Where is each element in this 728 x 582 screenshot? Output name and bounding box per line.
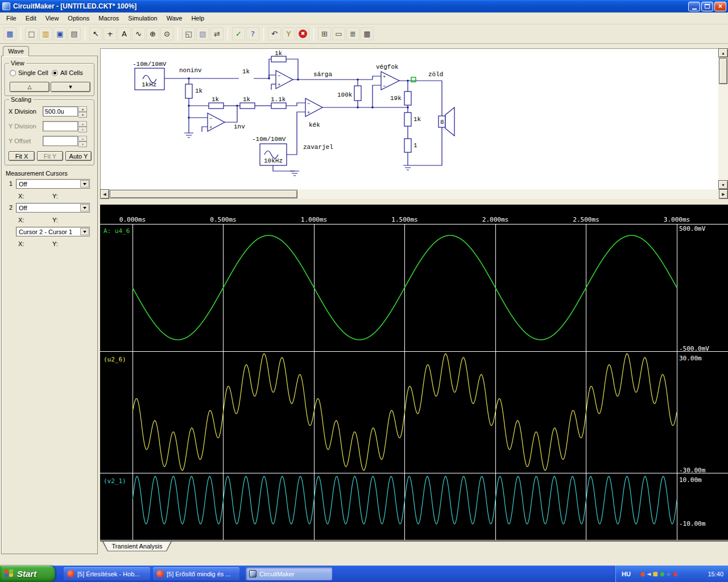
pan-button[interactable]: ⇄	[210, 27, 224, 40]
select-tool-icon: ↖	[93, 30, 99, 38]
fit-page-button[interactable]: ◱	[182, 27, 195, 40]
resistor-1	[404, 139, 411, 152]
all-cells-radio-circle[interactable]	[52, 70, 58, 76]
waveform-plot[interactable]	[100, 205, 728, 541]
probe-button[interactable]: Y	[282, 27, 295, 40]
fit-y-button[interactable]: Fit Y	[37, 151, 63, 161]
scroll-left-arrow[interactable]: ◀	[100, 189, 109, 199]
y-division-input[interactable]	[43, 121, 78, 131]
scroll-right-arrow[interactable]: ▶	[719, 189, 728, 199]
export-wave-button[interactable]: ⊞	[318, 27, 331, 40]
schematic-vertical-scrollbar[interactable]: ▲ ▼	[718, 48, 728, 189]
y-offset-input[interactable]	[43, 136, 78, 146]
reset-button[interactable]: ↶	[268, 27, 281, 40]
task-button-erosito-icon	[156, 570, 164, 577]
waveform-display[interactable]: 0.000ms0.500ms1.000ms1.500ms2.000ms2.500…	[100, 205, 728, 541]
wave-multi-button[interactable]: ≣	[346, 27, 359, 40]
wire-tool-button[interactable]: ∿	[132, 27, 145, 40]
cursor2-dropdown[interactable]: Off	[16, 203, 90, 213]
fit-x-button[interactable]: Fit X	[9, 151, 35, 161]
wave-tab[interactable]: Wave	[3, 46, 29, 56]
close-button[interactable]: ×	[714, 2, 726, 11]
tray-icon-6[interactable]: ●	[672, 570, 677, 577]
clock[interactable]: 15:40	[708, 571, 723, 577]
task-label: [5] Értesítések - Hob...	[77, 571, 139, 577]
toolbar-separator	[20, 28, 21, 40]
scroll-up-button[interactable]: △	[10, 82, 49, 92]
minimize-button[interactable]	[688, 2, 700, 11]
system-tray: HU ●◄■●◆● 15:40	[615, 566, 728, 582]
spin-up-icon[interactable]: ▲	[78, 106, 87, 112]
menu-item-file[interactable]: File	[2, 13, 21, 23]
tray-icon-3[interactable]: ■	[652, 570, 657, 577]
transient-analysis-tab[interactable]: Transient Analysis	[102, 542, 172, 551]
tray-icon-5[interactable]: ◆	[667, 570, 671, 577]
cursor-diff-dropdown[interactable]: Cursor 2 - Cursor 1	[16, 227, 90, 236]
text-tool-button[interactable]: A	[118, 27, 131, 40]
help-button[interactable]: ?	[246, 27, 259, 40]
select-tool-button[interactable]: ↖	[89, 27, 102, 40]
svg-text:−: −	[278, 73, 280, 79]
vertical-scroll-thumb[interactable]	[719, 58, 727, 84]
fit-page-icon: ◱	[185, 30, 192, 38]
single-cell-radio[interactable]: Single Cell	[10, 69, 48, 76]
wave-grid-button[interactable]: ▦	[361, 27, 374, 40]
start-button[interactable]: Start	[0, 566, 55, 582]
menu-item-simulation[interactable]: Simulation	[123, 13, 162, 23]
spin-down-icon[interactable]: ▼	[78, 142, 87, 147]
y-division-spinner[interactable]: ▲▼	[78, 121, 87, 131]
spin-down-icon[interactable]: ▼	[78, 127, 87, 132]
x-division-spinner[interactable]: ▲▼	[78, 106, 87, 117]
schematic-canvas[interactable]: -10m/10mV 1kHz noninv 1k 1k 1k sárga 100…	[100, 48, 718, 189]
spin-up-icon[interactable]: ▲	[78, 136, 87, 142]
save-button[interactable]: ▣	[53, 27, 67, 40]
wave-single-button[interactable]: ▭	[332, 27, 345, 40]
x-division-input[interactable]	[43, 106, 78, 117]
scroll-down-arrow[interactable]: ▼	[718, 180, 728, 189]
check-circuit-button[interactable]: ✓	[232, 27, 245, 40]
schematic-horizontal-scrollbar[interactable]: ◀ ▶	[100, 189, 728, 199]
tray-icon-4[interactable]: ●	[660, 570, 665, 577]
schematic-mode-button[interactable]: ▦	[3, 27, 16, 40]
restore-button[interactable]	[701, 2, 713, 11]
trace-label[interactable]: (v2_1)	[104, 477, 126, 485]
stop-button[interactable]: ✖	[296, 27, 309, 40]
menu-item-view[interactable]: View	[41, 13, 64, 23]
place-part-button[interactable]: +	[104, 27, 117, 40]
scroll-up-arrow[interactable]: ▲	[718, 48, 728, 57]
task-button-erosito[interactable]: [5] Erősítő mindig és ...	[153, 567, 239, 580]
menu-item-edit[interactable]: Edit	[21, 13, 41, 23]
horizontal-scroll-thumb[interactable]	[110, 190, 297, 198]
all-cells-radio[interactable]: All Cells	[52, 69, 83, 76]
zoom-in-button[interactable]: ⊕	[146, 27, 159, 40]
spin-up-icon[interactable]: ▲	[78, 121, 87, 127]
language-indicator[interactable]: HU	[622, 571, 631, 577]
menu-item-help[interactable]: Help	[187, 13, 209, 23]
menu-item-wave[interactable]: Wave	[162, 13, 187, 23]
wave-multi-icon: ≣	[350, 30, 356, 38]
tray-icon-1[interactable]: ●	[640, 570, 645, 577]
trace-label[interactable]: (u2_6)	[104, 356, 126, 363]
menu-item-macros[interactable]: Macros	[94, 13, 123, 23]
menu-item-options[interactable]: Options	[63, 13, 94, 23]
new-file-button[interactable]: □	[25, 27, 38, 40]
y-offset-label: Y Offset	[9, 138, 43, 144]
task-button-ertesitesek[interactable]: [5] Értesítések - Hob...	[64, 567, 150, 580]
y-offset-spinner[interactable]: ▲▼	[78, 136, 87, 146]
cursor1-dropdown[interactable]: Off	[16, 179, 90, 189]
task-button-circuitmaker[interactable]: CircuitMaker	[246, 567, 332, 580]
zoom-tool-button[interactable]: ⊙	[160, 27, 173, 40]
scroll-down-button[interactable]: ▼	[51, 82, 90, 92]
open-file-button[interactable]: ▥	[39, 27, 52, 40]
volume-icon[interactable]: ◄	[647, 570, 651, 577]
trace-label[interactable]: A: u4_6	[104, 227, 130, 235]
spin-down-icon[interactable]: ▼	[78, 112, 87, 118]
resistor-shunt	[185, 84, 192, 98]
chevron-down-icon[interactable]	[80, 204, 89, 211]
chevron-down-icon[interactable]	[80, 180, 89, 188]
auto-y-button[interactable]: Auto Y	[65, 151, 92, 161]
print-button[interactable]: ▤	[68, 27, 81, 40]
chevron-down-icon[interactable]	[80, 228, 89, 235]
paste-button[interactable]: ▧	[196, 27, 209, 40]
single-cell-radio-circle[interactable]	[10, 70, 16, 76]
